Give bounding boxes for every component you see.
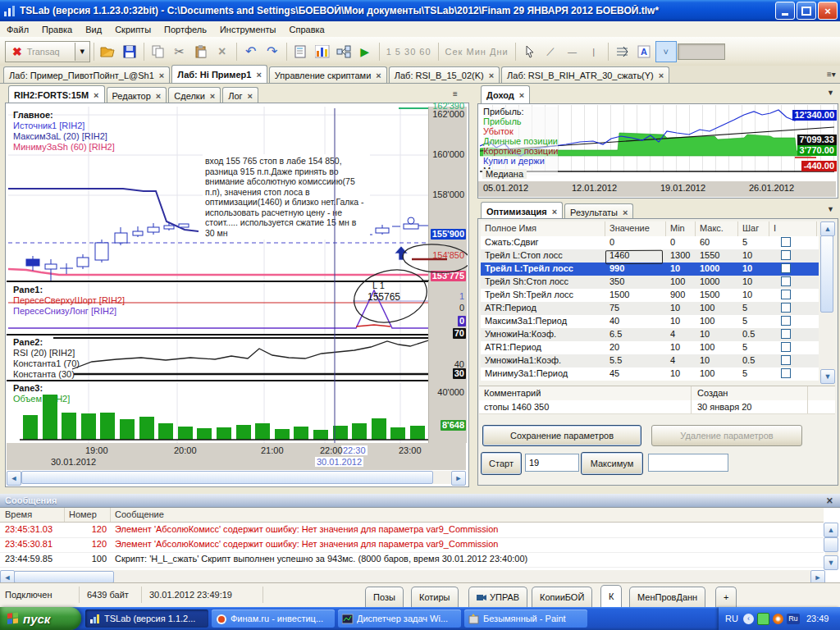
minimize-button[interactable] (775, 2, 795, 20)
scroll-up-icon[interactable]: ▲ (820, 221, 835, 236)
tab-close-icon[interactable]: × (659, 71, 664, 80)
param-checkbox[interactable] (781, 368, 791, 378)
close-button[interactable]: × (818, 2, 838, 20)
param-checkbox[interactable] (781, 263, 791, 273)
hline-tool[interactable]: — (563, 42, 582, 62)
chart-tab-2[interactable]: Сделки× (168, 87, 221, 103)
opt-tab-1[interactable]: Результаты× (564, 203, 633, 220)
lab-tab-1[interactable]: Лаб: Hi Пример1× (171, 65, 267, 83)
param-checkbox[interactable] (781, 355, 791, 365)
indicator-tool[interactable] (613, 42, 632, 62)
messages-hscroll-thumb[interactable] (14, 571, 114, 583)
hide-icons-icon[interactable]: ‹ (743, 614, 754, 624)
param-checkbox[interactable] (781, 250, 791, 260)
messages-titlebar[interactable]: Сообщения ✕ (0, 494, 840, 507)
task-taskmgr[interactable]: Диспетчер задач Wi... (338, 609, 461, 628)
param-checkbox[interactable] (781, 276, 791, 286)
restore-button[interactable] (797, 2, 816, 20)
workspace-tab-Котиры[interactable]: Котиры (411, 587, 459, 607)
pointer-tool[interactable] (520, 42, 540, 62)
menu-item-0[interactable]: Файл (0, 23, 35, 36)
tab-close-icon[interactable]: × (552, 207, 557, 217)
chart-tab-3[interactable]: Лог× (222, 87, 258, 103)
workspace-tab-+[interactable]: + (715, 587, 737, 607)
open-button[interactable] (98, 42, 118, 62)
scroll-right-icon[interactable]: ► (451, 471, 466, 486)
opt-strip-menu-icon[interactable]: ▼ (827, 205, 834, 213)
cut-button[interactable]: ✂ (170, 42, 189, 62)
tab-close-icon[interactable]: × (156, 91, 161, 101)
tab-close-icon[interactable]: × (489, 71, 494, 80)
scroll-down-icon[interactable]: ▼ (820, 369, 835, 384)
line-tool[interactable]: ／ (541, 42, 561, 62)
title-bar[interactable]: TSLab (версия 1.1.23.0:32bit) - C:\Docum… (0, 0, 840, 21)
opt-row-8[interactable]: ATR1:Период20101005 (481, 341, 819, 354)
opt-row-9[interactable]: УмножиНа1:Коэф.5.54100.5 (481, 354, 819, 368)
opt-row-2[interactable]: Трейл L:Трейл лосс99010100010 (481, 262, 819, 276)
chart-tab-0[interactable]: RIH2:FORTS:15M× (8, 85, 105, 103)
tab-close-icon[interactable]: × (248, 91, 253, 101)
message-row-0[interactable]: 23:45:31.03120Элемент 'АбсолюКомисс' сод… (0, 523, 824, 538)
tab-close-icon[interactable]: × (159, 71, 164, 80)
opt-col-4[interactable]: Шаг (738, 221, 769, 236)
workspace-tab-МенПровДанн[interactable]: МенПровДанн (629, 587, 705, 607)
task-tslab[interactable]: TSLab (версия 1.1.2... (85, 609, 208, 628)
menu-item-2[interactable]: Вид (79, 23, 108, 36)
chart-annotation-note[interactable]: вход 155 765 стоп в лабе 154 850, разниц… (203, 154, 370, 240)
tab-close-icon[interactable]: × (623, 208, 628, 217)
task-paint[interactable]: Безымянный - Paint (464, 609, 587, 628)
opt-col-0[interactable]: Полное Имя (481, 221, 605, 236)
scroll-left-icon[interactable]: ◄ (7, 471, 21, 486)
redo-button[interactable]: ↷ (262, 42, 282, 62)
scroll-down-icon[interactable]: ▼ (824, 555, 838, 570)
param-checkbox[interactable] (781, 237, 791, 247)
workspace-tab-Позы[interactable]: Позы (365, 587, 404, 607)
menu-item-6[interactable]: Справка (283, 23, 331, 36)
copy-button[interactable] (148, 42, 168, 62)
param-checkbox[interactable] (781, 303, 791, 313)
language-badge[interactable]: Ru (787, 614, 800, 624)
workspace-tab-КопииБОЙ[interactable]: КопииБОЙ (532, 587, 592, 607)
empty-combo[interactable] (678, 43, 725, 60)
language-indicator[interactable]: RU (725, 614, 738, 623)
opt-row-5[interactable]: ATR:Период75101005 (481, 302, 819, 315)
paste-button[interactable] (191, 42, 211, 62)
tab-close-icon[interactable]: × (519, 90, 524, 100)
delete-params-button[interactable]: Удаление параметров (651, 425, 802, 446)
menu-item-5[interactable]: Инструменты (213, 23, 283, 36)
tray-app-orange-icon[interactable] (773, 614, 783, 624)
start-button[interactable]: Старт (481, 452, 522, 475)
run-button[interactable]: ▶ (355, 42, 375, 62)
undo-button[interactable]: ↶ (241, 42, 261, 62)
comment-header[interactable]: Комментарий Создан (479, 386, 835, 401)
param-checkbox[interactable] (781, 329, 791, 339)
lab-tab-2[interactable]: Управление скриптами× (269, 66, 387, 83)
message-row-2[interactable]: 23:44:59.85100Скрипт: 'H_L_сжать' Скрипт… (0, 552, 824, 568)
scroll-up-icon[interactable]: ▲ (824, 523, 838, 537)
transaq-combo[interactable]: ✖ Transaq ▾ (5, 41, 90, 62)
opt-table-header[interactable]: Полное ИмяЗначениеMinМакс.ШагI (481, 221, 819, 237)
time-axis[interactable]: 30.01.2012 22:30 30.01.2012 19:0020:0021… (7, 443, 466, 470)
pane-divider[interactable] (7, 380, 466, 381)
lab-tab-0[interactable]: Лаб: Пример_ПивотПойнт_L@Sh1× (3, 66, 170, 83)
menu-item-4[interactable]: Портфель (158, 23, 213, 36)
volume-pane[interactable] (8, 382, 428, 443)
tab-close-icon[interactable]: × (256, 70, 261, 80)
param-checkbox[interactable] (781, 316, 791, 326)
interval-units[interactable]: Сек Мин Дни (442, 47, 512, 57)
chart-tab-1[interactable]: Редактор× (107, 87, 167, 103)
workspace-tab-К[interactable]: К (600, 585, 622, 607)
tab-close-icon[interactable]: × (376, 71, 381, 80)
start-count-input[interactable] (525, 454, 579, 472)
opt-row-0[interactable]: Сжать:Сдвиг00605 (481, 236, 819, 249)
tray-app-green-icon[interactable] (757, 613, 769, 625)
opt-vscroll-thumb[interactable] (820, 235, 833, 313)
menu-item-3[interactable]: Скрипты (108, 23, 158, 36)
script-button[interactable] (291, 42, 311, 62)
comment-row[interactable]: стопы 1460 350 30 января 20 (479, 400, 835, 414)
price-axis[interactable]: 162'390162'000160'000158'000155'900154'8… (428, 107, 467, 443)
save-button[interactable] (120, 42, 139, 62)
check-combo[interactable]: ˅ (655, 41, 677, 62)
save-params-button[interactable]: Сохранение параметров (482, 425, 641, 446)
message-row-1[interactable]: 23:45:30.81120Элемент 'АбсолюКомисс' сод… (0, 537, 824, 553)
